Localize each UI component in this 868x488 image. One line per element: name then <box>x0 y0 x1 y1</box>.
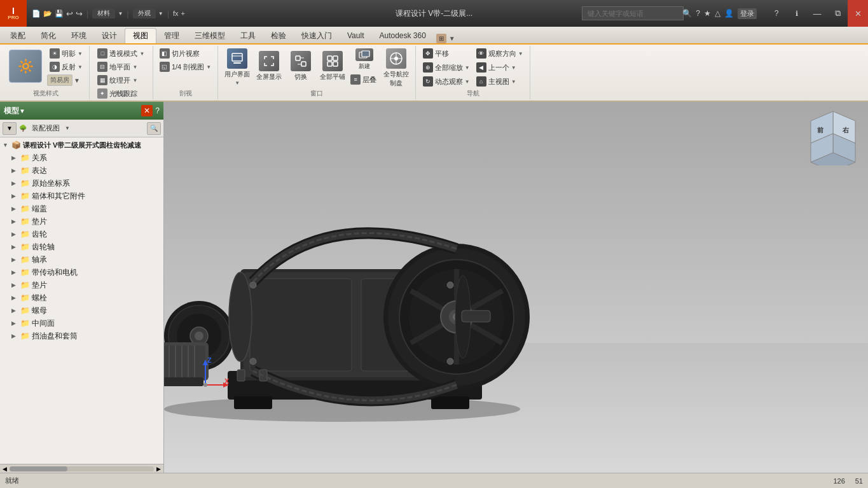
zoom-all-btn[interactable]: ⊕ 全部缩放 ▼ <box>420 61 472 74</box>
user-icon[interactable]: 👤 <box>724 9 734 18</box>
panel-dropdown[interactable]: ▼ <box>19 108 25 115</box>
panel-toolbar: ▼ 🌳 装配视图 ▼ 🔍 <box>0 120 163 137</box>
add-btn[interactable]: + <box>181 10 185 17</box>
tree-oilseal[interactable]: ▶ 📁 挡油盘和套筒 <box>0 330 163 342</box>
view-dropdown[interactable]: ▼ <box>65 125 70 131</box>
tree-shim1[interactable]: ▶ 📁 垫片 <box>0 215 163 228</box>
help-icon[interactable]: ? <box>696 9 700 18</box>
viewport-resize-handle[interactable] <box>860 465 868 473</box>
close-btn[interactable]: ✕ <box>848 0 868 27</box>
search-input[interactable] <box>582 6 684 20</box>
tile-all-btn[interactable]: 全部平铺 <box>317 47 348 85</box>
tree-expressions[interactable]: ▶ 📁 表达 <box>0 164 163 177</box>
tab-tools[interactable]: 工具 <box>233 28 263 43</box>
fx-btn[interactable]: fx <box>173 10 179 17</box>
open-btn[interactable]: 📂 <box>43 10 52 18</box>
tab-autodesk360[interactable]: Autodesk 360 <box>371 28 433 43</box>
home-view-btn[interactable]: ⌂ 主视图 ▼ <box>474 75 526 88</box>
tab-environment[interactable]: 环境 <box>64 28 94 43</box>
save-btn[interactable]: 💾 <box>55 10 64 18</box>
redo-btn[interactable]: ↪ <box>76 9 83 18</box>
tree-bearing[interactable]: ▶ 📁 轴承 <box>0 253 163 266</box>
dropdown1[interactable]: ▼ <box>118 11 123 17</box>
tree-belt[interactable]: ▶ 📁 带传动和电机 <box>0 266 163 279</box>
svg-rect-21 <box>234 396 272 409</box>
maximize-btn[interactable]: ⧉ <box>827 0 848 27</box>
tree-gear[interactable]: ▶ 📁 齿轮 <box>0 228 163 241</box>
svg-rect-0 <box>232 53 242 61</box>
star-icon[interactable]: ★ <box>704 9 711 18</box>
tab-design[interactable]: 设计 <box>94 28 125 43</box>
quarter-section-icon: ◱ <box>160 62 170 72</box>
new-window-btn[interactable]: 新建 <box>349 47 380 72</box>
panel-close-btn[interactable]: ✕ <box>141 105 153 116</box>
tree-bolt[interactable]: ▶ 📁 螺栓 <box>0 291 163 304</box>
svg-text:Z: Z <box>207 356 212 364</box>
slice-btn[interactable]: ◧ 切片视察 <box>157 47 214 60</box>
quarter-section-btn[interactable]: ◱ 1/4 剖视图 ▼ <box>157 60 214 73</box>
tree-housing[interactable]: ▶ 📁 箱体和其它附件 <box>0 190 163 202</box>
nav-cube[interactable]: 前 右 <box>804 108 855 159</box>
tree-shim2[interactable]: ▶ 📁 垫片 <box>0 279 163 291</box>
view-label[interactable]: 装配视图 <box>29 123 62 133</box>
user-interface-btn[interactable]: 用户界面 ▼ <box>222 47 252 87</box>
search-icon[interactable]: 🔍 <box>682 9 692 18</box>
search-btn[interactable]: 🔍 <box>147 122 161 135</box>
pan-btn[interactable]: ✥ 平移 <box>420 47 472 60</box>
room-selector[interactable]: 简易房 ▼ <box>47 74 85 87</box>
tree-origin[interactable]: ▶ 📁 原始坐标系 <box>0 177 163 190</box>
scroll-thumb[interactable] <box>10 466 67 471</box>
fullscreen-btn[interactable]: 全屏显示 <box>254 47 284 85</box>
tab-vault[interactable]: Vault <box>340 28 371 43</box>
tab-extra-btn[interactable]: ⊞ <box>436 34 446 43</box>
tree-nut[interactable]: ▶ 📁 螺母 <box>0 304 163 317</box>
view-direction-btn[interactable]: 👁 观察方向 ▼ <box>474 47 526 60</box>
help-btn[interactable]: ? <box>766 0 787 27</box>
nav-wheel-btn[interactable]: 全导航控制盘 <box>381 47 411 89</box>
origin-folder-icon: 📁 <box>20 179 31 188</box>
scroll-right-btn[interactable]: ▶ <box>155 466 162 472</box>
new-btn[interactable]: 📄 <box>32 10 41 18</box>
tree-endcap[interactable]: ▶ 📁 端盖 <box>0 202 163 215</box>
scroll-left-btn[interactable]: ◀ <box>1 466 8 472</box>
tab-quickstart[interactable]: 快速入门 <box>294 28 340 43</box>
svg-rect-8 <box>333 56 338 60</box>
tab-assembly[interactable]: 装配 <box>3 28 33 43</box>
tree-midplane[interactable]: ▶ 📁 中间面 <box>0 317 163 330</box>
prev-view-btn[interactable]: ◀ 上一个 ▼ <box>474 61 526 74</box>
visual-style-main-btn[interactable]: 🔆 <box>9 50 42 83</box>
svg-point-59 <box>447 282 453 288</box>
reflect-btn[interactable]: ◑ 反射 ▼ <box>47 60 85 73</box>
view-direction-icon: 👁 <box>476 48 486 59</box>
ribbon-group-visual-style: 🔆 ☀ 明影 ▼ ◑ 反射 ▼ 简易房 ▼ <box>3 46 90 99</box>
shading-btn[interactable]: ☀ 明影 ▼ <box>47 47 85 60</box>
panel-help-btn[interactable]: ? <box>155 106 160 115</box>
tab-toggle[interactable]: ▼ <box>446 35 458 42</box>
login-btn[interactable]: 登录 <box>738 8 757 19</box>
dropdown2[interactable]: ▼ <box>158 11 163 17</box>
tree-root[interactable]: ▼ 📦 课程设计 V带二级展开式圆柱齿轮减速 <box>0 139 163 151</box>
shim2-expand: ▶ <box>11 282 20 288</box>
groundplane-btn[interactable]: ⊟ 地平面 ▼ <box>95 60 147 73</box>
tab-3dmodel[interactable]: 三维模型 <box>187 28 233 43</box>
scroll-track[interactable] <box>10 466 154 471</box>
info-btn[interactable]: ℹ <box>787 0 807 27</box>
texture-btn[interactable]: ▦ 纹理开 ▼ <box>95 74 147 87</box>
tab-manage[interactable]: 管理 <box>156 28 187 43</box>
svg-rect-9 <box>327 62 332 66</box>
filter-btn[interactable]: ▼ <box>3 122 17 135</box>
window-title: 课程设计 V带-二级展... <box>396 8 472 19</box>
cascade-btn[interactable]: ≡ 层叠 <box>349 73 380 86</box>
tab-simplify[interactable]: 简化 <box>33 28 64 43</box>
tab-view[interactable]: 视图 <box>125 28 156 43</box>
minimize-btn[interactable]: — <box>807 0 827 27</box>
orbit-btn[interactable]: ↻ 动态观察 ▼ <box>420 75 472 88</box>
tree-relations[interactable]: ▶ 📁 关系 <box>0 151 163 164</box>
viewport[interactable]: Z X 前 <box>164 102 868 473</box>
switch-btn[interactable]: 切换 <box>286 47 316 85</box>
triangle-icon[interactable]: △ <box>715 9 720 18</box>
undo-btn[interactable]: ↩ <box>66 9 73 18</box>
tree-gearshaft[interactable]: ▶ 📁 齿轮轴 <box>0 241 163 253</box>
perspective-btn[interactable]: □ 透视模式 ▼ <box>95 47 147 60</box>
tab-inspect[interactable]: 检验 <box>263 28 294 43</box>
